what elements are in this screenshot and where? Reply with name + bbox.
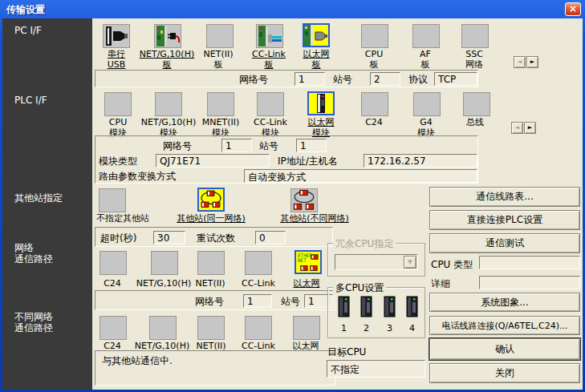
cpu-type-field[interactable] [479, 256, 580, 269]
route-netg10h-icon[interactable] [151, 251, 178, 275]
route-station-label: 站号 [281, 295, 300, 309]
cpu-type-label: CPU 类型 [431, 258, 473, 272]
ethernet-route-icon[interactable]: ETHERNET [295, 250, 322, 274]
cpu-board-icon[interactable] [361, 24, 388, 48]
af-board-icon[interactable] [412, 24, 440, 48]
close-button[interactable]: 关闭 [429, 363, 580, 383]
cpu2-tower-icon[interactable] [359, 296, 374, 318]
pc-station-label: 站号 [333, 73, 352, 87]
module-type-field[interactable]: QJ71E71 [156, 154, 270, 168]
diff-cclink-icon[interactable] [245, 316, 272, 340]
system-image-button[interactable]: 系统图象... [429, 293, 580, 312]
route-cclink-icon[interactable] [245, 251, 272, 275]
chevron-down-icon[interactable]: ▼ [404, 256, 416, 269]
cpu1-number: 1 [336, 323, 351, 333]
timeout-label: 超时(秒) [100, 232, 136, 245]
window-title: 传输设置 [6, 3, 45, 17]
net2-board-icon[interactable] [206, 24, 234, 48]
cpu2-number: 2 [359, 323, 374, 333]
cclink-board-icon[interactable] [256, 24, 283, 48]
timeout-field[interactable]: 30 [153, 231, 185, 244]
plc-if-params-panel: 网络号 1 站号 1 模块类型 QJ71E71 IP地址/主机名 172.16.… [95, 135, 478, 184]
cpu-module-icon[interactable] [104, 92, 132, 116]
route-network-field[interactable]: 1 [243, 294, 272, 308]
pc-if-scroll-right-icon[interactable]: ► [526, 56, 538, 68]
plc-station-label: 站号 [259, 139, 278, 153]
bus-module-icon[interactable] [463, 92, 490, 116]
confirm-button[interactable]: 确认 [429, 338, 580, 360]
ssc-network-icon[interactable] [461, 24, 489, 48]
diff-ethernet-icon[interactable] [293, 316, 320, 340]
plc-network-label: 网络号 [163, 139, 192, 153]
ip-host-field[interactable]: 172.16.2.57 [364, 154, 477, 168]
target-cpu-field[interactable]: 不指定 [327, 360, 425, 378]
module-type-label: 模块类型 [99, 155, 137, 168]
cpu3-tower-icon[interactable] [382, 296, 397, 318]
pc-if-item-ssc-network[interactable]: SSC网络 [444, 49, 505, 70]
ip-host-label: IP地址/主机名 [278, 155, 338, 168]
svg-text:NET: NET [298, 257, 307, 263]
c24-module-icon[interactable] [361, 92, 388, 116]
redundant-cpu-dropdown[interactable]: ▼ [335, 254, 418, 270]
diff-c24-icon[interactable] [100, 316, 127, 340]
comm-test-button[interactable]: 通信测试 [429, 233, 580, 253]
phone-line-button[interactable]: 电话线路连接(Q/A6TEL,C24)... [429, 316, 580, 335]
netg10h-module-icon[interactable] [155, 92, 182, 116]
cclink-module-icon[interactable] [257, 92, 284, 116]
route-network-label: 网络号 [195, 295, 224, 309]
section-label-pc-if: PC I/F [14, 25, 42, 36]
section-sidebar: PC I/F PLC I/F 其他站指定 网络 通信路径 不同网络 通信路径 [2, 18, 92, 390]
diff-netg10h-icon[interactable] [149, 316, 177, 340]
plc-station-field[interactable]: 1 [296, 139, 327, 152]
status-message: 与其他站通信中. [102, 354, 173, 368]
other-station-same-icon[interactable] [197, 188, 225, 212]
board-plug-icon[interactable] [154, 24, 181, 48]
other-station-item-diff-network[interactable]: 其他站(不同网络) [262, 213, 367, 224]
detail-label: 详细 [431, 277, 450, 291]
pc-if-scroll-left-icon[interactable]: ◄ [514, 56, 526, 68]
status-message-panel: 与其他站通信中. [95, 350, 335, 386]
other-station-item-same-network[interactable]: 其他站(同一网络) [159, 213, 263, 224]
route-param-field[interactable]: 自动变换方式 [244, 169, 477, 183]
cpu4-number: 4 [404, 323, 420, 333]
no-other-station-icon[interactable] [99, 188, 126, 212]
retry-field[interactable]: 0 [255, 231, 286, 244]
comm-line-button[interactable]: 通信线路表... [429, 187, 580, 207]
direct-plc-button[interactable]: 直接连接PLC设置 [429, 210, 580, 230]
pc-protocol-field[interactable]: TCP [434, 72, 477, 86]
cpu3-number: 3 [382, 323, 397, 333]
pc-if-item-ethernet-board[interactable]: 以太网板 [286, 49, 347, 70]
target-cpu-label: 目标CPU [327, 346, 366, 359]
other-station-diff-icon[interactable] [290, 188, 318, 212]
pc-if-params-panel: 网络号 1 站号 2 协议 TCP [95, 70, 478, 87]
section-label-plc-if: PLC I/F [14, 95, 47, 106]
route-param-label: 路由参数变换方式 [99, 170, 176, 184]
multi-cpu-group: 多CPU设置 1 2 3 4 [327, 287, 425, 338]
diff-net2-icon[interactable] [197, 316, 225, 340]
ethernet-module-icon[interactable] [307, 91, 335, 115]
pc-network-label: 网络号 [239, 73, 268, 87]
section-label-network2: 通信路径 [14, 253, 53, 266]
plc-if-scroll-left-icon[interactable]: ◄ [511, 122, 523, 134]
ethernet-board-icon[interactable] [303, 23, 330, 47]
multi-cpu-group-label: 多CPU设置 [333, 281, 386, 295]
route-net2-icon[interactable] [197, 251, 225, 275]
close-icon[interactable]: × [565, 2, 581, 16]
section-label-diff-network2: 通信路径 [14, 321, 53, 335]
pc-network-field[interactable]: 1 [295, 72, 325, 86]
detail-field[interactable] [479, 276, 580, 289]
transfer-setup-dialog: 传输设置 × PC I/F PLC I/F 其他站指定 网络 通信路径 不同网络… [0, 0, 585, 392]
plc-if-scroll-right-icon[interactable]: ► [524, 122, 536, 134]
g4-module-icon[interactable] [413, 92, 441, 116]
redundant-cpu-group: 冗余CPU指定 ▼ [327, 243, 425, 277]
cpu4-tower-icon[interactable] [404, 296, 420, 318]
mnet2-module-icon[interactable] [207, 92, 234, 116]
section-label-other-station: 其他站指定 [14, 192, 63, 205]
plc-network-field[interactable]: 1 [221, 139, 252, 152]
plc-if-item-bus[interactable]: 总线 [445, 117, 506, 127]
cpu1-tower-icon[interactable] [336, 296, 351, 318]
pc-station-field[interactable]: 2 [370, 72, 400, 86]
route-c24-icon[interactable] [100, 251, 127, 275]
serial-usb-icon[interactable] [103, 24, 130, 48]
redundant-cpu-group-label: 冗余CPU指定 [333, 237, 396, 251]
